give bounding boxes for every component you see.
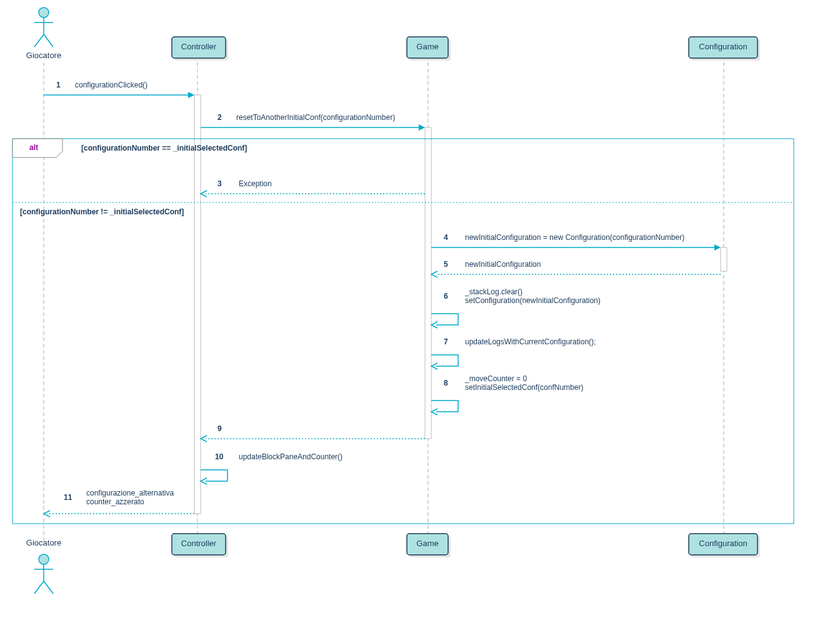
participant-controller-bottom: Controller	[172, 534, 228, 557]
participant-configuration-bottom: Configuration	[689, 534, 760, 557]
svg-text:resetToAnotherInitialConf(conf: resetToAnotherInitialConf(configurationN…	[236, 113, 395, 122]
svg-text:Configuration: Configuration	[699, 42, 747, 51]
svg-text:11: 11	[64, 493, 72, 502]
message-11: 11 configurazione_alternativa counter_az…	[44, 489, 194, 517]
svg-point-50	[39, 554, 49, 564]
svg-text:9: 9	[218, 424, 222, 433]
message-9: 9	[201, 424, 425, 442]
svg-text:configurationClicked(): configurationClicked()	[75, 81, 148, 89]
alt-guard-2: [configurationNumber != _initialSelected…	[20, 207, 184, 216]
svg-marker-22	[419, 124, 425, 131]
message-10: 10 updateBlockPaneAndCounter()	[201, 452, 342, 484]
message-8: 8 _moveCounter = 0 setInitialSelectedCon…	[431, 374, 583, 415]
sequence-diagram: Giocatore Controller Game Configuration …	[0, 0, 840, 623]
svg-text:5: 5	[444, 260, 448, 269]
svg-text:1: 1	[56, 81, 61, 89]
svg-text:Giocatore: Giocatore	[26, 538, 61, 547]
svg-text:newInitialConfiguration: newInitialConfiguration	[465, 260, 541, 269]
svg-marker-29	[714, 244, 721, 251]
message-2: 2 resetToAnotherInitialConf(configuratio…	[201, 113, 425, 131]
svg-text:6: 6	[444, 292, 448, 301]
message-4: 4 newInitialConfiguration = new Configur…	[431, 233, 721, 251]
svg-text:updateLogsWithCurrentConfigura: updateLogsWithCurrentConfiguration();	[465, 337, 596, 346]
alt-frame	[12, 139, 794, 524]
svg-text:counter_azzerato: counter_azzerato	[86, 497, 144, 506]
participant-game-top: Game	[407, 37, 451, 61]
svg-text:Configuration: Configuration	[699, 539, 747, 548]
participant-controller-top: Controller	[172, 37, 228, 61]
svg-text:4: 4	[444, 233, 448, 242]
svg-text:updateBlockPaneAndCounter(): updateBlockPaneAndCounter()	[239, 452, 342, 461]
message-5: 5 newInitialConfiguration	[431, 260, 721, 277]
svg-text:setConfiguration(newInitialCon: setConfiguration(newInitialConfiguration…	[465, 296, 601, 305]
svg-line-54	[44, 581, 53, 594]
svg-line-53	[34, 581, 44, 594]
activation-game	[425, 127, 431, 439]
svg-text:3: 3	[218, 179, 222, 188]
svg-text:setInitialSelectedConf(confNum: setInitialSelectedConf(confNumber)	[465, 383, 583, 392]
svg-marker-18	[188, 92, 194, 98]
activation-configuration	[721, 247, 727, 271]
message-6: 6 _stackLog.clear() setConfiguration(new…	[431, 287, 601, 328]
participant-game-bottom: Game	[407, 534, 451, 557]
activation-controller	[194, 95, 201, 514]
svg-text:8: 8	[444, 379, 448, 387]
svg-text:Controller: Controller	[181, 539, 217, 548]
svg-text:2: 2	[218, 113, 222, 122]
svg-text:Giocatore: Giocatore	[26, 51, 61, 60]
svg-text:10: 10	[215, 452, 224, 461]
svg-text:configurazione_alternativa: configurazione_alternativa	[86, 489, 174, 497]
svg-text:7: 7	[444, 337, 448, 346]
message-1: 1 configurationClicked()	[44, 81, 194, 98]
message-7: 7 updateLogsWithCurrentConfiguration();	[431, 337, 596, 369]
participant-configuration-top: Configuration	[689, 37, 760, 61]
svg-text:Game: Game	[416, 539, 438, 548]
svg-text:_stackLog.clear(): _stackLog.clear()	[464, 287, 522, 296]
svg-text:newInitialConfiguration = new : newInitialConfiguration = new Configurat…	[465, 233, 684, 242]
svg-text:Exception: Exception	[239, 179, 272, 188]
svg-text:Game: Game	[416, 42, 438, 51]
svg-text:_moveCounter = 0: _moveCounter = 0	[464, 374, 527, 383]
participant-actor-top: Giocatore	[26, 7, 61, 60]
alt-tag-text: alt	[29, 143, 38, 152]
message-3: 3 Exception	[201, 179, 425, 197]
svg-line-4	[44, 34, 53, 47]
svg-line-3	[34, 34, 44, 47]
alt-guard-1: [configurationNumber == _initialSelected…	[81, 144, 247, 152]
svg-point-0	[39, 7, 49, 17]
svg-text:Controller: Controller	[181, 42, 217, 51]
participant-actor-bottom: Giocatore	[26, 538, 61, 594]
